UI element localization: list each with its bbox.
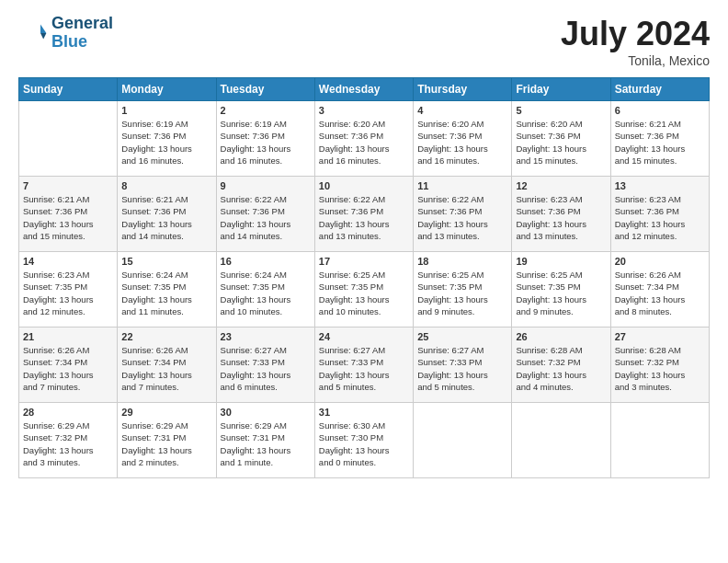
calendar-cell: 19Sunrise: 6:25 AM Sunset: 7:35 PM Dayli… <box>512 252 610 327</box>
day-number: 21 <box>23 331 113 342</box>
day-number: 17 <box>319 256 409 267</box>
month-title: July 2024 <box>561 15 710 53</box>
day-number: 29 <box>121 407 211 418</box>
calendar-cell: 7Sunrise: 6:21 AM Sunset: 7:36 PM Daylig… <box>19 177 118 252</box>
calendar-cell: 25Sunrise: 6:27 AM Sunset: 7:33 PM Dayli… <box>414 327 512 403</box>
calendar-cell: 28Sunrise: 6:29 AM Sunset: 7:32 PM Dayli… <box>19 403 118 478</box>
calendar-cell: 2Sunrise: 6:19 AM Sunset: 7:36 PM Daylig… <box>216 101 314 177</box>
calendar-week-row: 7Sunrise: 6:21 AM Sunset: 7:36 PM Daylig… <box>19 177 710 252</box>
weekday-header: Tuesday <box>216 78 314 101</box>
day-number: 1 <box>121 105 211 116</box>
page-container: General Blue July 2024 Tonila, Mexico Su… <box>0 0 728 488</box>
day-number: 20 <box>615 256 705 267</box>
weekday-header: Saturday <box>610 78 709 101</box>
day-info: Sunrise: 6:27 AM Sunset: 7:33 PM Dayligh… <box>221 344 311 393</box>
calendar-cell: 15Sunrise: 6:24 AM Sunset: 7:35 PM Dayli… <box>118 252 216 327</box>
day-info: Sunrise: 6:21 AM Sunset: 7:36 PM Dayligh… <box>615 118 705 167</box>
calendar-cell: 14Sunrise: 6:23 AM Sunset: 7:35 PM Dayli… <box>19 252 118 327</box>
weekday-header: Thursday <box>414 78 512 101</box>
day-number: 7 <box>23 180 113 191</box>
day-info: Sunrise: 6:22 AM Sunset: 7:36 PM Dayligh… <box>221 193 311 242</box>
calendar-cell: 12Sunrise: 6:23 AM Sunset: 7:36 PM Dayli… <box>512 177 610 252</box>
day-number: 15 <box>121 256 211 267</box>
day-info: Sunrise: 6:22 AM Sunset: 7:36 PM Dayligh… <box>319 193 409 242</box>
day-number: 12 <box>516 180 606 191</box>
calendar-cell: 31Sunrise: 6:30 AM Sunset: 7:30 PM Dayli… <box>314 403 413 478</box>
title-block: July 2024 Tonila, Mexico <box>561 15 710 68</box>
location: Tonila, Mexico <box>561 53 710 68</box>
weekday-header: Sunday <box>19 78 118 101</box>
calendar-cell: 4Sunrise: 6:20 AM Sunset: 7:36 PM Daylig… <box>414 101 512 177</box>
calendar-cell: 11Sunrise: 6:22 AM Sunset: 7:36 PM Dayli… <box>414 177 512 252</box>
calendar-table: SundayMondayTuesdayWednesdayThursdayFrid… <box>18 77 710 478</box>
calendar-cell: 3Sunrise: 6:20 AM Sunset: 7:36 PM Daylig… <box>314 101 413 177</box>
calendar-cell <box>610 403 709 478</box>
calendar-week-row: 1Sunrise: 6:19 AM Sunset: 7:36 PM Daylig… <box>19 101 710 177</box>
day-number: 26 <box>516 331 606 342</box>
weekday-header: Friday <box>512 78 610 101</box>
day-info: Sunrise: 6:29 AM Sunset: 7:31 PM Dayligh… <box>121 419 211 468</box>
weekday-header: Wednesday <box>314 78 413 101</box>
calendar-cell <box>512 403 610 478</box>
weekday-header-row: SundayMondayTuesdayWednesdayThursdayFrid… <box>19 78 710 101</box>
day-info: Sunrise: 6:27 AM Sunset: 7:33 PM Dayligh… <box>417 344 507 393</box>
calendar-cell: 18Sunrise: 6:25 AM Sunset: 7:35 PM Dayli… <box>414 252 512 327</box>
day-info: Sunrise: 6:21 AM Sunset: 7:36 PM Dayligh… <box>121 193 211 242</box>
day-info: Sunrise: 6:25 AM Sunset: 7:35 PM Dayligh… <box>417 269 507 317</box>
calendar-cell: 13Sunrise: 6:23 AM Sunset: 7:36 PM Dayli… <box>610 177 709 252</box>
day-info: Sunrise: 6:29 AM Sunset: 7:32 PM Dayligh… <box>23 419 113 468</box>
logo: General Blue <box>18 15 113 52</box>
day-number: 3 <box>319 105 409 116</box>
calendar-cell: 10Sunrise: 6:22 AM Sunset: 7:36 PM Dayli… <box>314 177 413 252</box>
day-number: 27 <box>615 331 705 342</box>
calendar-cell: 21Sunrise: 6:26 AM Sunset: 7:34 PM Dayli… <box>19 327 118 403</box>
calendar-cell: 9Sunrise: 6:22 AM Sunset: 7:36 PM Daylig… <box>216 177 314 252</box>
day-number: 28 <box>23 407 113 418</box>
day-number: 6 <box>615 105 705 116</box>
calendar-cell: 20Sunrise: 6:26 AM Sunset: 7:34 PM Dayli… <box>610 252 709 327</box>
day-number: 30 <box>221 407 311 418</box>
calendar-week-row: 21Sunrise: 6:26 AM Sunset: 7:34 PM Dayli… <box>19 327 710 403</box>
weekday-header: Monday <box>118 78 216 101</box>
day-info: Sunrise: 6:28 AM Sunset: 7:32 PM Dayligh… <box>615 344 705 393</box>
day-number: 8 <box>121 180 211 191</box>
day-number: 16 <box>221 256 311 267</box>
logo-text: General Blue <box>51 15 113 52</box>
calendar-cell: 8Sunrise: 6:21 AM Sunset: 7:36 PM Daylig… <box>118 177 216 252</box>
day-number: 24 <box>319 331 409 342</box>
day-info: Sunrise: 6:29 AM Sunset: 7:31 PM Dayligh… <box>221 419 311 468</box>
calendar-cell: 1Sunrise: 6:19 AM Sunset: 7:36 PM Daylig… <box>118 101 216 177</box>
day-info: Sunrise: 6:24 AM Sunset: 7:35 PM Dayligh… <box>121 269 211 317</box>
day-number: 5 <box>516 105 606 116</box>
day-number: 19 <box>516 256 606 267</box>
day-info: Sunrise: 6:20 AM Sunset: 7:36 PM Dayligh… <box>417 118 507 167</box>
calendar-cell: 30Sunrise: 6:29 AM Sunset: 7:31 PM Dayli… <box>216 403 314 478</box>
day-info: Sunrise: 6:28 AM Sunset: 7:32 PM Dayligh… <box>516 344 606 393</box>
calendar-cell <box>414 403 512 478</box>
calendar-cell: 26Sunrise: 6:28 AM Sunset: 7:32 PM Dayli… <box>512 327 610 403</box>
day-info: Sunrise: 6:19 AM Sunset: 7:36 PM Dayligh… <box>221 118 311 167</box>
day-number: 25 <box>417 331 507 342</box>
day-number: 13 <box>615 180 705 191</box>
calendar-week-row: 28Sunrise: 6:29 AM Sunset: 7:32 PM Dayli… <box>19 403 710 478</box>
day-info: Sunrise: 6:23 AM Sunset: 7:36 PM Dayligh… <box>615 193 705 242</box>
day-info: Sunrise: 6:23 AM Sunset: 7:35 PM Dayligh… <box>23 269 113 317</box>
calendar-cell: 23Sunrise: 6:27 AM Sunset: 7:33 PM Dayli… <box>216 327 314 403</box>
day-info: Sunrise: 6:20 AM Sunset: 7:36 PM Dayligh… <box>319 118 409 167</box>
day-info: Sunrise: 6:30 AM Sunset: 7:30 PM Dayligh… <box>319 419 409 468</box>
logo-icon <box>18 18 48 48</box>
day-number: 2 <box>221 105 311 116</box>
day-info: Sunrise: 6:25 AM Sunset: 7:35 PM Dayligh… <box>319 269 409 317</box>
day-number: 11 <box>417 180 507 191</box>
day-number: 18 <box>417 256 507 267</box>
calendar-cell: 16Sunrise: 6:24 AM Sunset: 7:35 PM Dayli… <box>216 252 314 327</box>
calendar-cell: 6Sunrise: 6:21 AM Sunset: 7:36 PM Daylig… <box>610 101 709 177</box>
day-info: Sunrise: 6:25 AM Sunset: 7:35 PM Dayligh… <box>516 269 606 317</box>
day-info: Sunrise: 6:23 AM Sunset: 7:36 PM Dayligh… <box>516 193 606 242</box>
day-info: Sunrise: 6:26 AM Sunset: 7:34 PM Dayligh… <box>23 344 113 393</box>
day-info: Sunrise: 6:19 AM Sunset: 7:36 PM Dayligh… <box>121 118 211 167</box>
svg-marker-0 <box>40 24 46 33</box>
day-number: 4 <box>417 105 507 116</box>
day-info: Sunrise: 6:26 AM Sunset: 7:34 PM Dayligh… <box>615 269 705 317</box>
day-number: 10 <box>319 180 409 191</box>
